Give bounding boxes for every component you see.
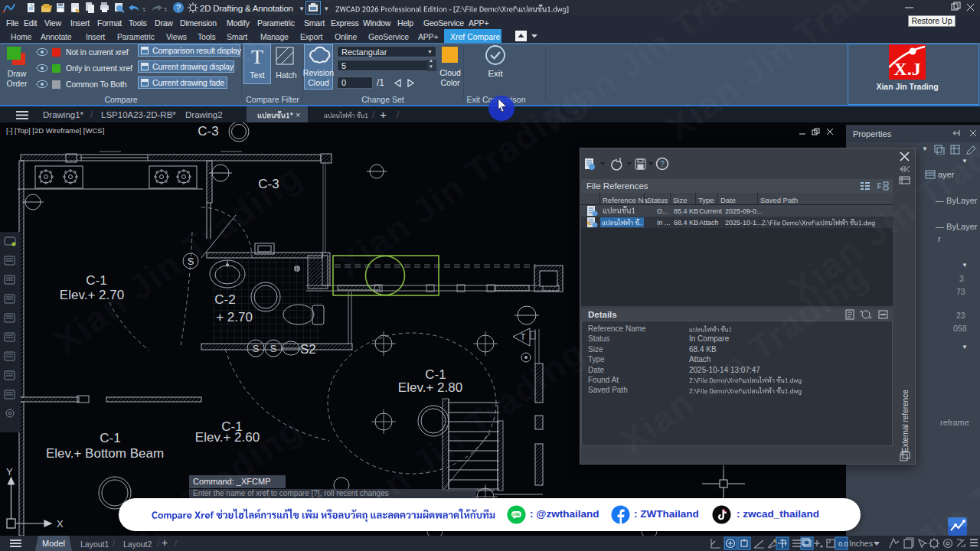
svg-text:C-2: C-2 bbox=[214, 292, 235, 307]
svg-text:?: ? bbox=[660, 160, 665, 168]
svg-text:X: X bbox=[57, 518, 64, 530]
svg-text:+ 2.70: + 2.70 bbox=[216, 310, 253, 324]
svg-text:T: T bbox=[521, 333, 525, 341]
svg-text:C-1: C-1 bbox=[86, 273, 106, 288]
svg-text:S2: S2 bbox=[300, 342, 316, 357]
svg-text:C-1: C-1 bbox=[100, 431, 120, 445]
svg-text:?: ? bbox=[176, 3, 181, 12]
svg-text:Elev.+ 2.80: Elev.+ 2.80 bbox=[398, 380, 462, 395]
svg-text:Inches: Inches bbox=[849, 539, 873, 548]
svg-text:X.J: X.J bbox=[893, 59, 920, 79]
svg-text:LINE: LINE bbox=[512, 513, 520, 517]
svg-text:Y: Y bbox=[6, 466, 13, 478]
svg-text:S: S bbox=[270, 343, 277, 354]
svg-text:Elev.+ Bottom Beam: Elev.+ Bottom Beam bbox=[46, 446, 164, 461]
svg-text:0.0: 0.0 bbox=[838, 540, 848, 548]
svg-text:C-3: C-3 bbox=[198, 124, 218, 139]
svg-text:S: S bbox=[253, 343, 260, 354]
